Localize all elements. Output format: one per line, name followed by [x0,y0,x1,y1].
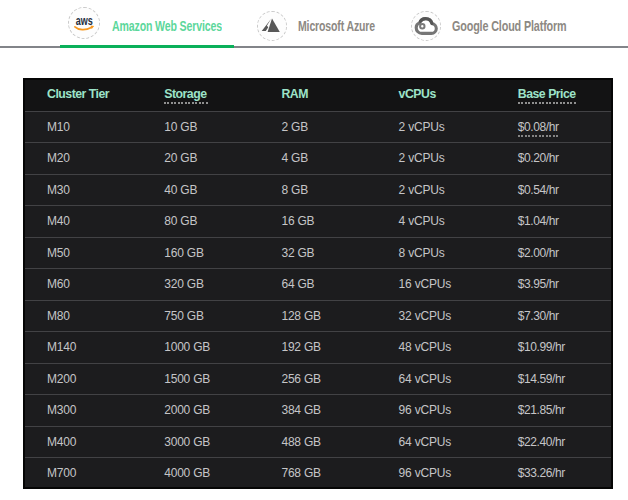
svg-text:aws: aws [76,14,93,28]
